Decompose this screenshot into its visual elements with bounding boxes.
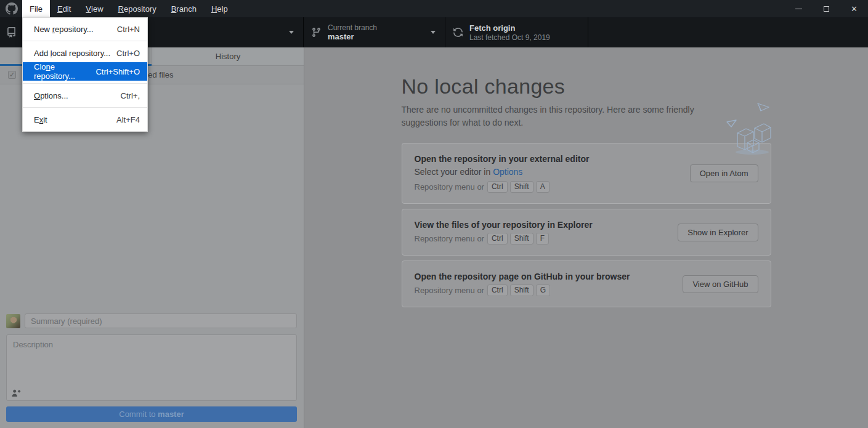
add-coauthor-icon[interactable] (12, 389, 21, 397)
commit-button[interactable]: Commit to master (6, 406, 297, 422)
current-branch-label: Current branch (328, 23, 377, 32)
user-avatar (6, 314, 20, 328)
shortcut-hint: Repository menu or Ctrl Shift F (415, 233, 668, 244)
shortcut-hint: Repository menu or Ctrl Shift A (415, 181, 680, 193)
kbd-a: A (536, 181, 550, 193)
menubar-item-help[interactable]: Help (204, 0, 235, 17)
menu-separator (23, 83, 147, 84)
card-title: View the files of your repository in Exp… (415, 220, 668, 230)
git-branch-icon (311, 27, 322, 38)
menu-separator (23, 41, 147, 41)
suggestion-cards: Open the repository in your external edi… (402, 143, 771, 307)
minimize-icon[interactable] (785, 0, 813, 17)
fetch-origin-title: Fetch origin (469, 23, 550, 33)
menu-separator (23, 107, 147, 108)
show-in-explorer-button[interactable]: Show in Explorer (678, 224, 758, 241)
menu-item-exit[interactable]: Exit Alt+F4 (23, 110, 147, 129)
fetch-origin-button[interactable]: Fetch origin Last fetched Oct 9, 2019 (445, 17, 588, 47)
kbd-ctrl: Ctrl (487, 181, 508, 193)
chevron-down-icon (431, 31, 436, 34)
window-controls: ✕ (785, 0, 868, 17)
page-title: No local changes (402, 75, 771, 99)
kbd-shift: Shift (510, 285, 533, 296)
tab-history[interactable]: History (152, 47, 304, 65)
sync-icon (453, 27, 463, 38)
options-link[interactable]: Options (493, 167, 522, 177)
open-in-atom-button[interactable]: Open in Atom (690, 164, 758, 182)
kbd-g: G (536, 285, 550, 296)
main-content: No local changes There are no uncommitte… (304, 47, 868, 428)
menubar-item-file[interactable]: File (22, 0, 50, 17)
kbd-shift: Shift (510, 181, 533, 193)
current-branch-value: master (328, 32, 377, 42)
menu-item-clone-repository[interactable]: Clone repository... Ctrl+Shift+O (23, 62, 147, 81)
menu-shortcut: Ctrl+, (117, 91, 140, 100)
card-editor-line: Select your editor in Options (415, 167, 680, 177)
card-title: Open the repository page on GitHub in yo… (415, 272, 673, 281)
paper-stack-illustration-icon (724, 102, 773, 158)
chevron-down-icon (289, 31, 294, 34)
maximize-icon[interactable] (813, 0, 840, 17)
kbd-ctrl: Ctrl (487, 233, 508, 244)
github-logo-icon (6, 2, 18, 15)
shortcut-hint: Repository menu or Ctrl Shift G (415, 285, 673, 296)
close-icon[interactable]: ✕ (840, 0, 868, 17)
menu-item-options[interactable]: Options... Ctrl+, (23, 86, 147, 105)
card-show-explorer: View the files of your repository in Exp… (402, 209, 771, 256)
commit-form: Commit to master (0, 307, 304, 428)
fetch-origin-subtitle: Last fetched Oct 9, 2019 (469, 33, 550, 42)
menu-shortcut: Ctrl+N (113, 25, 140, 34)
current-branch-button[interactable]: Current branch master (304, 17, 445, 47)
menubar: File Edit View Repository Branch Help (22, 0, 235, 17)
commit-summary-input[interactable] (25, 313, 297, 328)
menubar-item-view[interactable]: View (78, 0, 110, 17)
repo-icon (6, 27, 17, 38)
kbd-ctrl: Ctrl (487, 285, 508, 296)
card-open-editor: Open the repository in your external edi… (402, 143, 771, 204)
menubar-item-edit[interactable]: Edit (50, 0, 78, 17)
select-all-checkbox[interactable] (8, 71, 16, 79)
kbd-shift: Shift (510, 233, 533, 244)
menu-item-add-local-repository[interactable]: Add local repository... Ctrl+O (23, 44, 147, 62)
menubar-item-repository[interactable]: Repository (111, 0, 164, 17)
menubar-item-branch[interactable]: Branch (164, 0, 204, 17)
card-view-github: Open the repository page on GitHub in yo… (402, 260, 771, 307)
view-on-github-button[interactable]: View on GitHub (683, 275, 758, 293)
menu-shortcut: Ctrl+Shift+O (92, 67, 140, 76)
file-menu-popup: New repository... Ctrl+N Add local repos… (22, 17, 148, 132)
menu-shortcut: Alt+F4 (113, 115, 140, 124)
menu-item-new-repository[interactable]: New repository... Ctrl+N (23, 20, 147, 38)
card-title: Open the repository in your external edi… (415, 154, 680, 164)
page-subtitle: There are no uncommitted changes in this… (402, 103, 713, 129)
menu-shortcut: Ctrl+O (113, 49, 140, 58)
commit-description-input[interactable] (7, 335, 296, 387)
titlebar: File Edit View Repository Branch Help ✕ (0, 0, 868, 17)
kbd-f: F (536, 233, 549, 244)
